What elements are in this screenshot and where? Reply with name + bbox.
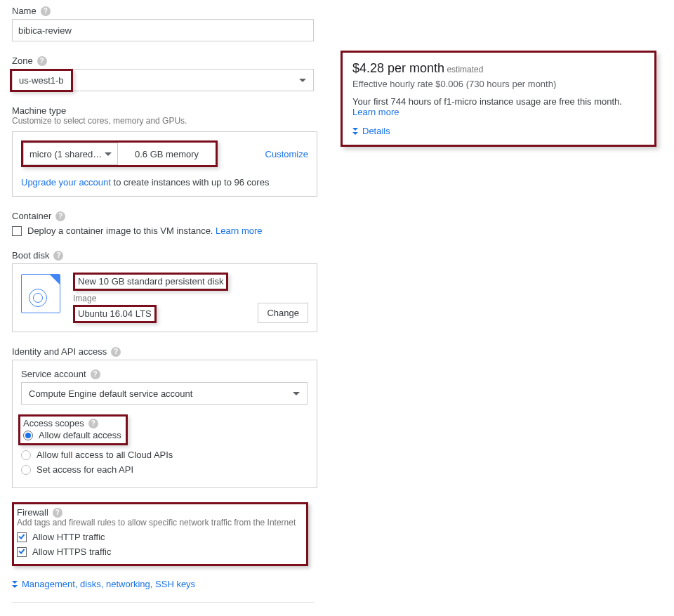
boot-disk-box: New 10 GB standard persistent disk Image… [12,263,317,332]
image-label: Image [73,294,245,303]
disk-icon [21,274,60,313]
boot-disk-summary: New 10 GB standard persistent disk [73,273,228,291]
identity-label: Identity and API access [12,346,107,357]
machine-type-label: Machine type [12,105,66,116]
container-label: Container [12,211,51,221]
highlight-box: us-west1-b [10,69,73,92]
scope-each-label: Set access for each API [37,464,133,475]
name-section: Name ? [12,6,674,41]
firewall-label: Firewall [17,507,48,518]
chevron-down-icon [105,152,112,156]
boot-disk-label: Boot disk [12,250,49,261]
identity-box: Service account ? Compute Engine default… [12,360,317,488]
help-icon[interactable]: ? [55,211,65,221]
details-toggle[interactable]: Details [352,126,645,136]
zone-value: us-west1-b [12,71,71,90]
name-label: Name [12,6,37,16]
name-input[interactable] [12,19,314,41]
scope-default-label: Allow default access [39,430,121,440]
customize-link[interactable]: Customize [265,149,308,159]
highlight-box: micro (1 shared… 0.6 GB memory [21,140,218,167]
service-account-select[interactable]: Compute Engine default service account [21,382,308,405]
free-usage-note: Your first 744 hours of f1-micro instanc… [352,96,645,117]
machine-type-select[interactable]: micro (1 shared… [23,143,118,165]
highlight-box: Access scopes ? Allow default access [18,414,128,445]
firewall-sublabel: Add tags and firewall rules to allow spe… [17,518,300,527]
https-checkbox[interactable] [17,547,27,557]
zone-select[interactable]: us-west1-b [12,69,314,91]
help-icon[interactable]: ? [91,369,100,379]
expand-icon [12,581,18,588]
container-checkbox[interactable] [12,226,22,236]
upgrade-note: Upgrade your account to create instances… [21,177,308,188]
expand-icon [352,128,358,135]
learn-more-link[interactable]: Learn more [352,107,399,117]
access-scopes-label: Access scopes [23,418,84,428]
chevron-down-icon [299,79,306,82]
container-text: Deploy a container image to this VM inst… [27,225,263,236]
scope-full-label: Allow full access to all Cloud APIs [37,450,173,460]
cost-estimate-card: $4.28 per month estimated Effective hour… [341,51,656,147]
machine-memory: 0.6 GB memory [118,149,216,159]
help-icon[interactable]: ? [111,347,121,357]
firewall-section: Firewall ? Add tags and firewall rules t… [12,502,308,566]
estimated-label: estimated [444,65,483,74]
scope-each-radio[interactable] [21,465,31,475]
machine-type-value: micro (1 shared… [29,149,102,159]
help-icon[interactable]: ? [53,508,62,518]
upgrade-account-link[interactable]: Upgrade your account [21,177,111,188]
monthly-price: $4.28 per month [352,61,444,75]
service-account-value: Compute Engine default service account [29,388,192,399]
divider [12,602,314,603]
chevron-down-icon [293,392,300,395]
help-icon[interactable]: ? [37,56,47,66]
container-section: Container ? Deploy a container image to … [12,211,674,236]
scope-full-radio[interactable] [21,450,31,460]
boot-disk-section: Boot disk ? New 10 GB standard persisten… [12,250,674,332]
machine-type-box: micro (1 shared… 0.6 GB memory Customize… [12,131,317,197]
https-label: Allow HTTPS traffic [32,546,111,557]
learn-more-link[interactable]: Learn more [216,225,262,236]
help-icon[interactable]: ? [88,419,98,428]
scope-default-radio[interactable] [23,431,33,440]
boot-image-value: Ubuntu 16.04 LTS [73,305,157,323]
zone-label: Zone [12,55,33,66]
service-account-label: Service account [21,369,86,379]
hourly-rate: Effective hourly rate $0.006 (730 hours … [352,79,645,89]
change-boot-disk-button[interactable]: Change [258,303,308,323]
help-icon[interactable]: ? [53,251,63,261]
identity-section: Identity and API access ? Service accoun… [12,346,674,488]
help-icon[interactable]: ? [41,6,51,16]
expand-section-link[interactable]: Management, disks, networking, SSH keys [12,579,674,589]
http-label: Allow HTTP traffic [32,532,105,542]
http-checkbox[interactable] [17,532,27,542]
